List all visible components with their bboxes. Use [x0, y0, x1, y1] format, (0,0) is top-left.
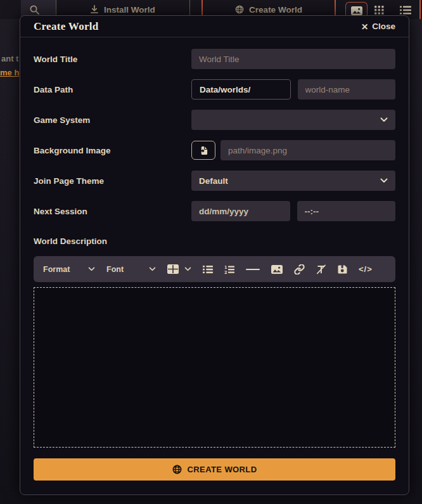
table-icon [167, 264, 179, 274]
create-world-button[interactable]: CREATE WORLD [34, 458, 395, 481]
tab-create-world-label: Create World [249, 5, 302, 15]
data-path-prefix: Data/worlds/ [191, 79, 291, 100]
insert-link-button[interactable] [294, 264, 305, 275]
dialog-title: Create World [34, 20, 361, 33]
download-icon [90, 5, 99, 14]
join-page-theme-value: Default [199, 176, 228, 186]
file-import-icon [199, 146, 208, 155]
next-session-row: Next Session [34, 201, 395, 221]
background-image-row: Background Image [34, 140, 395, 160]
world-description-editor[interactable] [34, 287, 395, 448]
image-icon [351, 6, 362, 15]
world-title-row: World Title [34, 49, 395, 69]
editor-toolbar: Format Font [34, 256, 395, 282]
save-button[interactable] [338, 264, 347, 274]
join-page-theme-select[interactable]: Default [191, 171, 395, 191]
format-dropdown[interactable]: Format [43, 265, 95, 274]
chevron-down-icon [184, 267, 191, 271]
list-view-icon[interactable] [399, 4, 412, 15]
code-icon: </> [359, 264, 373, 274]
backdrop-link-fragment[interactable]: me h [0, 68, 19, 77]
data-path-label: Data Path [34, 85, 191, 94]
image-icon [271, 265, 283, 274]
svg-text:2: 2 [224, 269, 227, 273]
close-icon: ✕ [361, 22, 368, 32]
save-icon [338, 264, 347, 274]
bullet-list-icon[interactable] [203, 265, 213, 274]
background-image-input[interactable] [221, 140, 395, 160]
world-title-label: World Title [34, 55, 191, 64]
chevron-down-icon [149, 267, 156, 271]
world-description-label: World Description [34, 236, 395, 246]
background-image-label: Background Image [34, 146, 191, 155]
next-session-date-input[interactable] [191, 201, 290, 221]
horizontal-rule-button[interactable] [246, 269, 260, 270]
data-path-row: Data Path Data/worlds/ [34, 79, 395, 100]
tab-install-world-label: Install World [104, 5, 155, 15]
create-world-button-label: CREATE WORLD [188, 465, 257, 474]
dialog-body: World Title Data Path Data/worlds/ Game … [20, 37, 409, 481]
svg-text:1: 1 [224, 265, 227, 270]
topbar-divider-active [419, 0, 421, 19]
format-dropdown-label: Format [43, 265, 70, 274]
search-icon[interactable] [29, 4, 40, 15]
globe-icon [172, 465, 182, 474]
next-session-label: Next Session [34, 207, 191, 216]
file-picker-button[interactable] [191, 141, 215, 160]
clear-formatting-button[interactable] [316, 264, 326, 275]
close-label: Close [372, 22, 395, 31]
join-page-theme-label: Join Page Theme [34, 176, 191, 186]
chevron-down-icon [88, 267, 95, 271]
source-code-button[interactable]: </> [359, 264, 373, 274]
game-system-select[interactable] [191, 110, 395, 130]
game-system-label: Game System [34, 115, 191, 125]
backdrop-text-fragment: ant t [1, 54, 18, 63]
globe-icon [235, 5, 244, 14]
world-title-input[interactable] [191, 49, 395, 69]
insert-image-button[interactable] [271, 265, 283, 274]
join-page-theme-row: Join Page Theme Default [34, 171, 395, 191]
numbered-list-icon[interactable]: 1 2 [224, 265, 234, 274]
chevron-down-icon [380, 117, 388, 122]
create-world-dialog: Create World ✕ Close World Title Data Pa… [20, 15, 409, 495]
close-button[interactable]: ✕ Close [361, 22, 395, 32]
chevron-down-icon [380, 178, 388, 183]
font-dropdown-label: Font [106, 265, 124, 274]
link-icon [294, 264, 305, 275]
font-dropdown[interactable]: Font [106, 265, 156, 274]
insert-table-button[interactable] [167, 264, 191, 274]
game-system-row: Game System [34, 110, 395, 130]
grid-view-icon[interactable] [373, 4, 385, 15]
clear-formatting-icon [316, 264, 326, 275]
data-path-input[interactable] [298, 79, 396, 100]
next-session-time-input[interactable] [297, 201, 396, 221]
horizontal-rule-icon [246, 269, 260, 270]
dialog-header: Create World ✕ Close [20, 16, 409, 37]
